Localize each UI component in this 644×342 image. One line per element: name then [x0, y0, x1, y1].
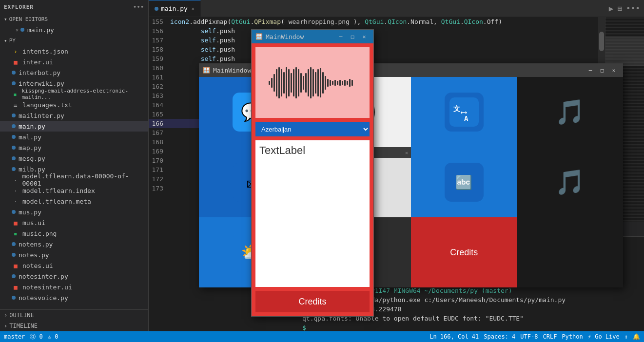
- svg-rect-38: [337, 81, 338, 85]
- tile-credits[interactable]: Credits: [411, 217, 517, 287]
- file-model-meta[interactable]: · model.tflearn.meta: [0, 196, 148, 207]
- svg-rect-32: [322, 72, 324, 94]
- win-main[interactable]: 🪟 MainWindow ─ □ ✕: [251, 29, 374, 317]
- svg-rect-29: [315, 72, 316, 94]
- line-number: 168: [149, 137, 168, 147]
- file-mailinter-py[interactable]: mailinter.py: [0, 110, 148, 121]
- code-line-156: 156 self.push: [149, 26, 644, 36]
- file-notesinter-ui[interactable]: ■ notesinter.ui: [0, 282, 148, 292]
- encoding[interactable]: UTF-8: [520, 333, 538, 340]
- file-notes-py[interactable]: notes.py: [0, 249, 148, 260]
- tile-translate[interactable]: 文 A ⟷: [411, 77, 517, 147]
- minimize-icon[interactable]: ─: [585, 65, 596, 76]
- txt-icon: ≡: [12, 101, 20, 109]
- split-editor-icon[interactable]: ⊞: [617, 4, 622, 13]
- tab-close-icon[interactable]: ✕: [192, 6, 195, 11]
- file-kisspng[interactable]: ▪ kisspng-email-address-electronic-maili…: [0, 89, 148, 99]
- minimize-button[interactable]: ─: [335, 31, 346, 42]
- line-number: 160: [149, 63, 168, 73]
- file-interbot-py[interactable]: interbot.py: [0, 67, 148, 78]
- file-main-py[interactable]: main.py: [0, 121, 148, 132]
- tile-music-player[interactable]: 🎵: [517, 147, 624, 217]
- text-label-area: TextLabel: [255, 140, 370, 287]
- open-editor-filename: main.py: [27, 26, 54, 34]
- py-dot-icon: [20, 28, 24, 32]
- filename: mus.py: [19, 209, 41, 216]
- py-section-header[interactable]: ▾ PY: [0, 35, 148, 46]
- more-actions-icon[interactable]: •••: [626, 4, 640, 13]
- filename: notens.py: [19, 241, 53, 248]
- outline-section[interactable]: › OUTLINE: [0, 310, 148, 321]
- file-notes-ui[interactable]: ■ notes.ui: [0, 260, 148, 271]
- close-button[interactable]: ✕: [359, 31, 370, 42]
- language-select[interactable]: Azerbaijan English Russian Turkish: [255, 122, 370, 136]
- scroll-thumb[interactable]: [599, 32, 604, 51]
- notification-icon[interactable]: 🔔: [633, 333, 640, 340]
- ui-icon: ■: [12, 58, 20, 66]
- line-content: icon2.addPixmap(QtGui.QPixmap( wearhropp…: [168, 17, 502, 26]
- svg-rect-26: [308, 69, 309, 96]
- py-dot-icon: [12, 156, 16, 160]
- filename: inter.ui: [22, 58, 53, 66]
- svg-rect-42: [347, 81, 348, 85]
- file-map-py[interactable]: map.py: [0, 142, 148, 153]
- credits-button[interactable]: Credits: [255, 291, 370, 312]
- errors-count[interactable]: ⓪ 0: [30, 333, 42, 341]
- ln-col[interactable]: Ln 166, Col 41: [429, 333, 479, 340]
- filename: languages.txt: [22, 101, 72, 109]
- open-editors-arrow: ▾: [4, 16, 7, 22]
- file-notens-py[interactable]: notens.py: [0, 239, 148, 249]
- filename: notesinter.py: [19, 273, 68, 280]
- line-ending[interactable]: CRLF: [543, 333, 557, 340]
- file-languages-txt[interactable]: ≡ languages.txt: [0, 99, 148, 110]
- close-icon[interactable]: ✕: [608, 65, 619, 76]
- py-dot-icon: [12, 81, 16, 85]
- file-mus-ui[interactable]: ■ mus.ui: [0, 217, 148, 228]
- maximize-icon[interactable]: □: [597, 65, 607, 76]
- file-music-png[interactable]: ▪ music.png: [0, 228, 148, 239]
- win-main-titlebar[interactable]: 🪟 MainWindow ─ □ ✕: [252, 30, 373, 43]
- line-content: self.push: [168, 36, 235, 45]
- warnings-count[interactable]: ⚠ 0: [48, 333, 59, 340]
- close-icon[interactable]: ✕: [16, 27, 19, 33]
- line-content: self.push: [168, 26, 235, 36]
- code-line-157: 157 self.push: [149, 36, 644, 45]
- timeline-section[interactable]: › TIMELINE: [0, 321, 148, 331]
- svg-rect-44: [351, 80, 353, 86]
- language[interactable]: Python: [562, 333, 583, 340]
- line-number: 169: [149, 147, 168, 156]
- file-inter-ui[interactable]: ■ inter.ui: [0, 57, 148, 67]
- file-interwiki-py[interactable]: interwiki.py: [0, 78, 148, 89]
- file-model-data[interactable]: · model.tflearn.data-00000-of-00001: [0, 174, 148, 185]
- tab-main-py[interactable]: main.py ✕: [149, 0, 201, 17]
- file-mesg-py[interactable]: mesg.py: [0, 153, 148, 164]
- run-icon[interactable]: ▶: [609, 4, 614, 13]
- filename: mus.ui: [22, 219, 45, 227]
- open-editors-section[interactable]: ▾ OPEN EDITORS: [0, 14, 148, 24]
- svg-rect-33: [325, 76, 326, 90]
- svg-rect-30: [317, 69, 319, 96]
- line-number: 172: [149, 174, 168, 184]
- json-icon: ›: [12, 48, 20, 55]
- sidebar-header: EXPLORER •••: [0, 0, 148, 14]
- golive[interactable]: ⚡ Go Live: [588, 333, 620, 340]
- open-editor-main-py[interactable]: ✕ main.py: [0, 24, 148, 35]
- code-line-159: 159 self.push: [149, 54, 644, 63]
- py-dot-icon: [12, 210, 16, 214]
- svg-rect-19: [291, 73, 292, 93]
- file-mal-py[interactable]: mal.py: [0, 132, 148, 142]
- file-intents-json[interactable]: › intents.json: [0, 46, 148, 57]
- line-number: 171: [149, 165, 168, 174]
- status-right: Ln 166, Col 41 Spaces: 4 UTF-8 CRLF Pyth…: [429, 333, 640, 340]
- spaces[interactable]: Spaces: 4: [484, 333, 515, 340]
- tabs-bar: main.py ✕ ▶ ⊞ •••: [149, 0, 644, 17]
- tile-translate2[interactable]: 🔤: [411, 147, 517, 217]
- line-number: 164: [149, 100, 168, 110]
- file-mus-py[interactable]: mus.py: [0, 207, 148, 217]
- restore-button[interactable]: □: [347, 31, 358, 42]
- file-notesinter-py[interactable]: notesinter.py: [0, 271, 148, 282]
- sidebar-more-icon[interactable]: •••: [133, 4, 144, 10]
- sync-icon[interactable]: ↕: [624, 333, 628, 340]
- git-branch[interactable]: master: [4, 333, 25, 340]
- file-notesvoice-py[interactable]: notesvoice.py: [0, 292, 148, 303]
